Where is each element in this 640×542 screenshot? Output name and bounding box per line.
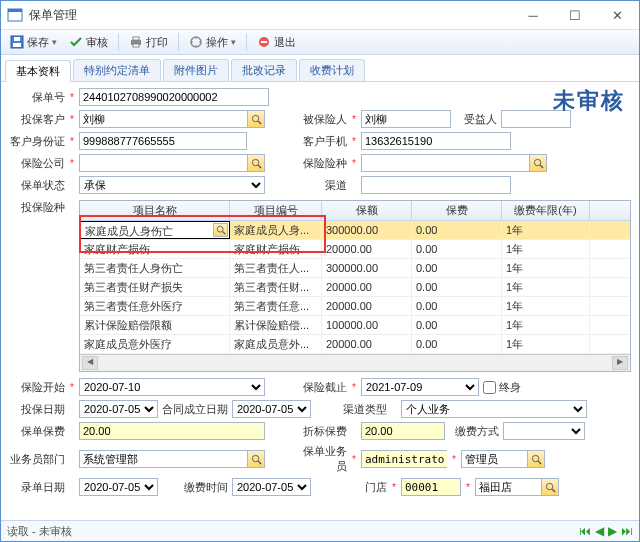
nav-last-icon[interactable]: ⏭ [621,524,633,538]
action-button[interactable]: 操作▾ [184,34,241,51]
store-label: 门店 [349,480,387,495]
end-date-select[interactable]: 2021-07-09 [361,378,479,396]
coverage-label: 投保险种 [9,198,65,215]
table-row[interactable]: 第三者责任财产损失第三者责任财...20000.000.001年 [80,278,630,297]
svg-rect-6 [133,37,139,40]
svg-point-19 [252,455,258,461]
app-icon [7,7,23,23]
grid-body[interactable]: 家庭成员人身伤亡家庭成员人身...300000.000.001年家庭财产损伤家庭… [80,221,630,354]
applicant-label: 投保客户 [9,112,65,127]
insured-input[interactable] [361,110,451,128]
svg-line-14 [258,165,261,168]
svg-point-13 [252,159,258,165]
svg-rect-3 [13,43,21,47]
grid-header: 项目名称 项目编号 保额 保费 缴费年限(年) [80,201,630,221]
window-title: 保单管理 [29,7,517,24]
cell-lookup-button[interactable] [213,223,228,237]
applicant-lookup-button[interactable] [247,110,265,128]
store-name-input[interactable] [475,478,541,496]
dept-input[interactable] [79,450,247,468]
tab-strip: 基本资料 特别约定清单 附件图片 批改记录 收费计划 [1,55,639,82]
company-input[interactable] [79,154,247,172]
titlebar: 保单管理 ─ ☐ ✕ [1,1,639,30]
audit-button[interactable]: 审核 [64,34,113,51]
table-row[interactable]: 第三者责任意外医疗第三者责任意...20000.000.001年 [80,297,630,316]
nav-next-icon[interactable]: ▶ [608,524,617,538]
pay-time-select[interactable]: 2020-07-05 [232,478,311,496]
applicant-input[interactable] [79,110,247,128]
premium-input[interactable] [79,422,265,440]
minimize-button[interactable]: ─ [517,8,549,23]
table-row[interactable]: 家庭成员人身伤亡家庭成员人身...300000.000.001年 [80,221,630,240]
ins-kind-label: 保险险种 [295,156,347,171]
svg-line-18 [222,232,225,235]
maximize-button[interactable]: ☐ [559,8,591,23]
grid-h-scroll[interactable]: ◀▶ [80,354,630,371]
table-row[interactable]: 家庭财产损伤家庭财产损伤20000.000.001年 [80,240,630,259]
agent-code-input[interactable] [361,450,447,468]
record-nav: ⏮ ◀ ▶ ⏭ [579,524,633,538]
table-row[interactable]: 第三者责任人身伤亡第三者责任人...300000.000.001年 [80,259,630,278]
pay-mode-label: 缴费方式 [449,424,499,439]
store-code-input[interactable] [401,478,461,496]
status-select[interactable]: 承保 [79,176,265,194]
contract-date-select[interactable]: 2020-07-05 [232,400,311,418]
contract-date-label: 合同成立日期 [162,402,228,417]
lifetime-check[interactable]: 终身 [483,380,521,395]
premium-label: 保单保费 [9,424,65,439]
svg-line-16 [540,165,543,168]
ch-type-label: 渠道类型 [335,402,387,417]
print-button[interactable]: 打印 [124,34,173,51]
ins-kind-input[interactable] [361,154,529,172]
ch-type-select[interactable]: 个人业务 [401,400,587,418]
store-lookup-button[interactable] [541,478,559,496]
svg-rect-1 [8,9,22,12]
cust-phone-input[interactable] [361,132,511,150]
svg-point-21 [532,455,538,461]
svg-point-23 [546,483,552,489]
policy-no-label: 保单号 [9,90,65,105]
window-controls: ─ ☐ ✕ [517,8,633,23]
svg-line-20 [258,461,261,464]
policy-no-input[interactable] [79,88,269,106]
svg-point-15 [534,159,540,165]
tab-basic-info[interactable]: 基本资料 [5,60,71,82]
start-date-select[interactable]: 2020-07-10 [79,378,265,396]
status-text: 读取 - 未审核 [7,524,72,539]
disc-premium-input[interactable] [361,422,445,440]
tab-endorse[interactable]: 批改记录 [231,59,297,81]
entry-date-select[interactable]: 2020-07-05 [79,478,158,496]
end-label: 保险截止 [295,380,347,395]
table-row[interactable]: 家庭成员意外医疗家庭成员意外...20000.000.001年 [80,335,630,354]
company-label: 保险公司 [9,156,65,171]
svg-point-17 [217,226,223,232]
pay-mode-select[interactable] [503,422,585,440]
company-lookup-button[interactable] [247,154,265,172]
svg-rect-4 [14,37,20,41]
dept-lookup-button[interactable] [247,450,265,468]
table-row[interactable]: 累计保险赔偿限额累计保险赔偿...100000.000.001年 [80,316,630,335]
apply-date-select[interactable]: 2020-07-05 [79,400,158,418]
cust-id-label: 客户身份证 [9,134,65,149]
svg-line-24 [552,489,555,492]
tab-attach[interactable]: 附件图片 [163,59,229,81]
ins-kind-lookup-button[interactable] [529,154,547,172]
channel-input[interactable] [361,176,511,194]
svg-point-11 [252,115,258,121]
svg-line-12 [258,121,261,124]
status-label: 保单状态 [9,178,65,193]
apply-date-label: 投保日期 [9,402,65,417]
cust-id-input[interactable] [79,132,247,150]
agent-name-input[interactable] [461,450,527,468]
exit-button[interactable]: 退出 [252,34,301,51]
tab-special[interactable]: 特别约定清单 [73,59,161,81]
insured-label: 被保险人 [295,112,347,127]
agent-lookup-button[interactable] [527,450,545,468]
close-button[interactable]: ✕ [601,8,633,23]
dept-label: 业务员部门 [9,452,65,467]
nav-prev-icon[interactable]: ◀ [595,524,604,538]
save-button[interactable]: 保存▾ [5,34,62,51]
agent-label: 保单业务员 [295,444,347,474]
tab-fee[interactable]: 收费计划 [299,59,365,81]
nav-first-icon[interactable]: ⏮ [579,524,591,538]
